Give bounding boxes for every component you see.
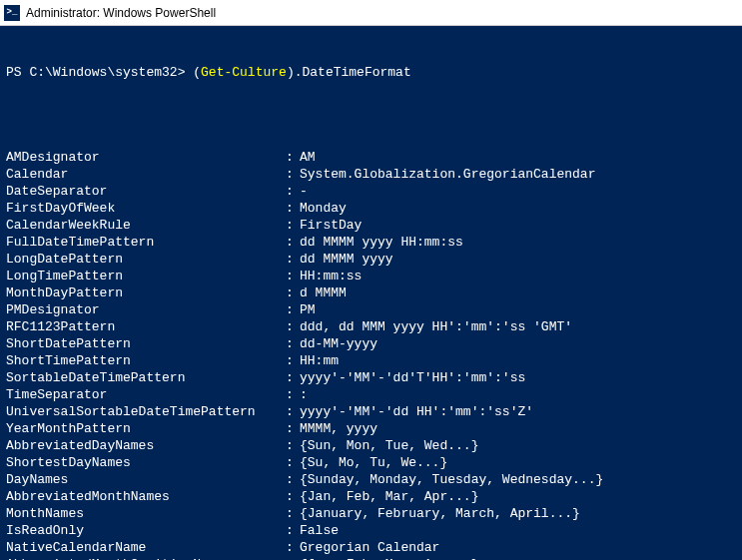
open-paren: ( (193, 65, 201, 80)
prompt-line: PS C:\Windows\system32> (Get-Culture).Da… (6, 64, 736, 81)
output-row: TimeSeparator: : (6, 386, 736, 403)
property-name: MonthNames (6, 505, 286, 522)
property-separator: : (286, 437, 300, 454)
property-value: {Sun, Mon, Tue, Wed...} (300, 437, 478, 454)
property-value: FirstDay (300, 217, 362, 234)
output-row: YearMonthPattern: MMMM, yyyy (6, 420, 736, 437)
output-row: IsReadOnly: False (6, 522, 736, 539)
property-separator: : (286, 471, 300, 488)
property-value: - (300, 183, 308, 200)
property-value: dd MMMM yyyy HH:mm:ss (300, 234, 463, 251)
terminal-pane[interactable]: PS C:\Windows\system32> (Get-Culture).Da… (0, 26, 742, 560)
property-name: SortableDateTimePattern (6, 369, 286, 386)
close-paren: ) (287, 65, 295, 80)
property-value: False (300, 522, 339, 539)
output-row: ShortTimePattern: HH:mm (6, 352, 736, 369)
property-value: : (300, 386, 308, 403)
output-row: MonthDayPattern: d MMMM (6, 284, 736, 301)
property-value: yyyy'-'MM'-'dd HH':'mm':'ss'Z' (300, 403, 533, 420)
property-value: {Jan, Feb, Mar, Apr...} (300, 488, 478, 505)
property-separator: : (286, 149, 300, 166)
property-separator: : (286, 183, 300, 200)
output-row: Calendar: System.Globalization.Gregorian… (6, 166, 736, 183)
property-name: ShortDatePattern (6, 335, 286, 352)
output-row: CalendarWeekRule: FirstDay (6, 217, 736, 234)
property-name: MonthDayPattern (6, 284, 286, 301)
output-row: FullDateTimePattern: dd MMMM yyyy HH:mm:… (6, 234, 736, 251)
property-value: {Sunday, Monday, Tuesday, Wednesday...} (300, 471, 603, 488)
property-value: PM (300, 301, 316, 318)
property-separator: : (286, 234, 300, 251)
output-container: AMDesignator: AMCalendar: System.Globali… (6, 149, 736, 560)
property-value: dd MMMM yyyy (300, 251, 393, 268)
property-name: TimeSeparator (6, 386, 286, 403)
property-separator: : (286, 454, 300, 471)
property-separator: : (286, 301, 300, 318)
property-value: {Su, Mo, Tu, We...} (300, 454, 447, 471)
property-name: CalendarWeekRule (6, 217, 286, 234)
output-row: DateSeparator: - (6, 183, 736, 200)
property-value: d MMMM (300, 284, 347, 301)
property-separator: : (286, 268, 300, 284)
powershell-icon (4, 5, 20, 21)
property-name: NativeCalendarName (6, 539, 286, 556)
property-value: ddd, dd MMM yyyy HH':'mm':'ss 'GMT' (300, 318, 572, 335)
property-name: LongDatePattern (6, 251, 286, 268)
window-titlebar[interactable]: Administrator: Windows PowerShell (0, 0, 742, 26)
property-value: {Jan, Feb, Mar, Apr...} (300, 556, 478, 560)
property-separator: : (286, 420, 300, 437)
property-name: ShortestDayNames (6, 454, 286, 471)
property-separator: : (286, 369, 300, 386)
prompt-path: C:\Windows\system32 (29, 65, 177, 80)
property-separator: : (286, 488, 300, 505)
property-name: AbbreviatedDayNames (6, 437, 286, 454)
property-value: MMMM, yyyy (300, 420, 377, 437)
output-row: AbbreviatedDayNames: {Sun, Mon, Tue, Wed… (6, 437, 736, 454)
output-row: SortableDateTimePattern: yyyy'-'MM'-'dd'… (6, 369, 736, 386)
output-row: UniversalSortableDateTimePattern: yyyy'-… (6, 403, 736, 420)
property-value: dd-MM-yyyy (300, 335, 377, 352)
property-name: DayNames (6, 471, 286, 488)
output-row: LongTimePattern: HH:mm:ss (6, 268, 736, 284)
property-name: DateSeparator (6, 183, 286, 200)
property-separator: : (286, 522, 300, 539)
property-separator: : (286, 217, 300, 234)
property-separator: : (286, 318, 300, 335)
property-value: Gregorian Calendar (300, 539, 439, 556)
property-name: UniversalSortableDateTimePattern (6, 403, 286, 420)
property-separator: : (286, 556, 300, 560)
property-separator: : (286, 200, 300, 217)
output-row: PMDesignator: PM (6, 301, 736, 318)
output-row: ShortDatePattern: dd-MM-yyyy (6, 335, 736, 352)
property-separator: : (286, 386, 300, 403)
output-row: ShortestDayNames: {Su, Mo, Tu, We...} (6, 454, 736, 471)
property-name: AbbreviatedMonthGenitiveNames (6, 556, 286, 560)
property-value: Monday (300, 200, 347, 217)
property-value: AM (300, 149, 316, 166)
property-separator: : (286, 251, 300, 268)
property-name: ShortTimePattern (6, 352, 286, 369)
property-separator: : (286, 166, 300, 183)
property-value: HH:mm (300, 352, 339, 369)
window-title: Administrator: Windows PowerShell (26, 6, 216, 20)
property-name: IsReadOnly (6, 522, 286, 539)
output-row: FirstDayOfWeek: Monday (6, 200, 736, 217)
output-row: AbbreviatedMonthNames: {Jan, Feb, Mar, A… (6, 488, 736, 505)
property-name: RFC1123Pattern (6, 318, 286, 335)
property-separator: : (286, 539, 300, 556)
output-row: MonthNames: {January, February, March, A… (6, 505, 736, 522)
property-name: FullDateTimePattern (6, 234, 286, 251)
property-name: AMDesignator (6, 149, 286, 166)
property-name: Calendar (6, 166, 286, 183)
property-name: AbbreviatedMonthNames (6, 488, 286, 505)
property-separator: : (286, 505, 300, 522)
property-value: {January, February, March, April...} (300, 505, 580, 522)
property-name: YearMonthPattern (6, 420, 286, 437)
output-row: DayNames: {Sunday, Monday, Tuesday, Wedn… (6, 471, 736, 488)
cmdlet-name: Get-Culture (201, 65, 287, 80)
prompt-prefix: PS (6, 65, 29, 80)
property-name: FirstDayOfWeek (6, 200, 286, 217)
property-separator: : (286, 403, 300, 420)
output-row: NativeCalendarName: Gregorian Calendar (6, 539, 736, 556)
property-name: PMDesignator (6, 301, 286, 318)
